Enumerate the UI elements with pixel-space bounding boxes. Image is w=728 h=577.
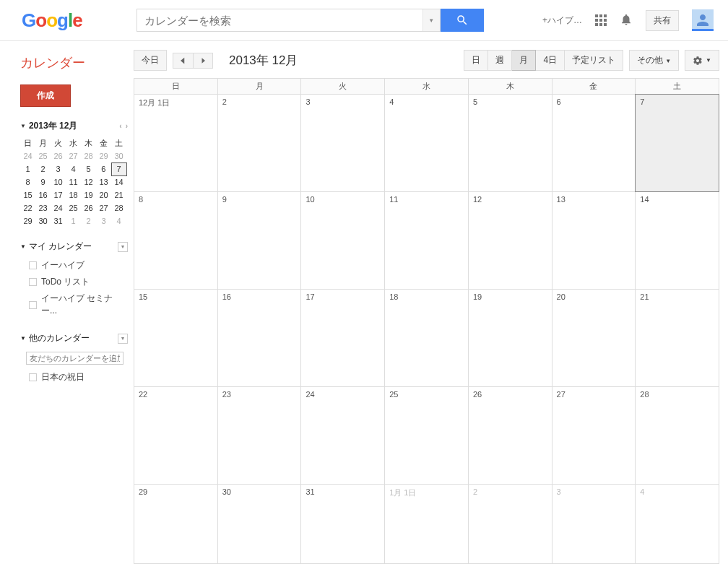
mini-day-cell[interactable]: 6 — [96, 162, 111, 175]
mini-day-cell[interactable]: 13 — [96, 175, 111, 188]
plus-link[interactable]: +ハイブ… — [542, 14, 582, 27]
bell-icon[interactable] — [620, 13, 633, 28]
grid-day-cell[interactable]: 22 — [134, 387, 218, 484]
view-agenda-button[interactable]: 予定リスト — [565, 50, 623, 71]
grid-day-cell[interactable]: 4 — [385, 95, 469, 191]
mini-day-cell[interactable]: 4 — [111, 214, 126, 227]
mini-day-cell[interactable]: 1 — [20, 162, 35, 175]
view-4day-button[interactable]: 4日 — [536, 50, 565, 71]
grid-day-cell[interactable]: 10 — [301, 192, 385, 289]
grid-day-cell[interactable]: 28 — [636, 387, 719, 484]
grid-day-cell[interactable]: 3 — [301, 95, 385, 191]
mini-day-cell[interactable]: 31 — [51, 214, 66, 227]
mini-day-cell[interactable]: 3 — [51, 162, 66, 175]
mini-day-cell[interactable]: 18 — [66, 188, 81, 201]
mini-day-cell[interactable]: 23 — [35, 201, 51, 214]
more-button[interactable]: その他▼ — [629, 50, 679, 71]
grid-day-cell[interactable]: 18 — [385, 290, 469, 386]
mini-day-cell[interactable]: 1 — [66, 214, 81, 227]
mini-day-cell[interactable]: 4 — [66, 162, 81, 175]
google-logo[interactable]: Google — [22, 9, 82, 32]
grid-day-cell[interactable]: 13 — [552, 192, 636, 289]
mini-day-cell[interactable]: 5 — [81, 162, 96, 175]
grid-day-cell[interactable]: 3 — [552, 485, 636, 563]
mini-day-cell[interactable]: 26 — [81, 201, 96, 214]
search-input[interactable] — [137, 9, 422, 31]
avatar[interactable] — [692, 9, 714, 31]
grid-day-cell[interactable]: 14 — [636, 192, 719, 289]
grid-day-cell[interactable]: 30 — [218, 485, 302, 563]
grid-day-cell[interactable]: 12月 1日 — [134, 95, 218, 191]
grid-day-cell[interactable]: 4 — [636, 485, 719, 563]
grid-day-cell[interactable]: 12 — [469, 192, 552, 289]
grid-day-cell[interactable]: 5 — [469, 95, 552, 191]
view-month-button[interactable]: 月 — [512, 50, 536, 71]
mini-day-cell[interactable]: 9 — [35, 175, 51, 188]
mini-day-cell[interactable]: 12 — [81, 175, 96, 188]
grid-day-cell[interactable]: 25 — [385, 387, 469, 484]
create-button[interactable]: 作成 — [20, 84, 71, 107]
mini-day-cell[interactable]: 27 — [96, 201, 111, 214]
grid-day-cell[interactable]: 19 — [469, 290, 552, 386]
mini-day-cell[interactable]: 30 — [35, 214, 51, 227]
grid-day-cell[interactable]: 11 — [385, 192, 469, 289]
grid-day-cell[interactable]: 9 — [218, 192, 302, 289]
mini-day-cell[interactable]: 19 — [81, 188, 96, 201]
calendar-item[interactable]: イーハイブ — [20, 257, 128, 274]
grid-day-cell[interactable]: 20 — [552, 290, 636, 386]
mini-day-cell[interactable]: 26 — [51, 149, 66, 162]
grid-day-cell[interactable]: 29 — [134, 485, 218, 563]
mini-day-cell[interactable]: 25 — [35, 149, 51, 162]
grid-day-cell[interactable]: 21 — [636, 290, 719, 386]
calendar-item[interactable]: ToDo リスト — [20, 274, 128, 290]
checkbox[interactable] — [29, 301, 37, 309]
checkbox[interactable] — [29, 373, 37, 381]
dropdown-icon[interactable]: ▼ — [118, 334, 128, 344]
add-friend-input[interactable] — [26, 352, 124, 365]
mini-day-cell[interactable]: 22 — [20, 201, 35, 214]
next-button[interactable] — [193, 53, 213, 69]
grid-day-cell[interactable]: 17 — [301, 290, 385, 386]
grid-day-cell[interactable]: 7 — [635, 94, 719, 192]
mini-day-cell[interactable]: 10 — [51, 175, 66, 188]
mini-day-cell[interactable]: 15 — [20, 188, 35, 201]
today-button[interactable]: 今日 — [134, 50, 167, 71]
mini-day-cell[interactable]: 30 — [111, 149, 126, 162]
checkbox[interactable] — [29, 261, 37, 269]
mini-day-cell[interactable]: 2 — [35, 162, 51, 175]
collapse-icon[interactable]: ▼ — [20, 123, 26, 129]
my-calendars-header[interactable]: ▼ マイ カレンダー ▼ — [20, 240, 128, 253]
mini-day-cell[interactable]: 8 — [20, 175, 35, 188]
view-day-button[interactable]: 日 — [464, 50, 488, 71]
mini-day-cell[interactable]: 27 — [66, 149, 81, 162]
dropdown-icon[interactable]: ▼ — [118, 242, 128, 252]
grid-day-cell[interactable]: 27 — [552, 387, 636, 484]
mini-day-cell[interactable]: 20 — [96, 188, 111, 201]
mini-day-cell[interactable]: 25 — [66, 201, 81, 214]
grid-day-cell[interactable]: 8 — [134, 192, 218, 289]
grid-day-cell[interactable]: 1月 1日 — [385, 485, 469, 563]
mini-day-cell[interactable]: 17 — [51, 188, 66, 201]
apps-icon[interactable] — [595, 14, 607, 26]
mini-day-cell[interactable]: 14 — [111, 175, 126, 188]
grid-day-cell[interactable]: 26 — [469, 387, 552, 484]
prev-button[interactable] — [173, 53, 193, 69]
share-button[interactable]: 共有 — [646, 10, 679, 31]
mini-day-cell[interactable]: 2 — [81, 214, 96, 227]
grid-day-cell[interactable]: 24 — [301, 387, 385, 484]
mini-day-cell[interactable]: 24 — [20, 149, 35, 162]
mini-next-icon[interactable]: › — [126, 122, 128, 130]
grid-day-cell[interactable]: 6 — [552, 95, 636, 191]
mini-prev-icon[interactable]: ‹ — [119, 122, 121, 130]
grid-day-cell[interactable]: 31 — [301, 485, 385, 563]
view-week-button[interactable]: 週 — [488, 50, 512, 71]
mini-day-cell[interactable]: 28 — [111, 201, 126, 214]
mini-day-cell[interactable]: 28 — [81, 149, 96, 162]
other-calendars-header[interactable]: ▼ 他のカレンダー ▼ — [20, 332, 128, 344]
settings-button[interactable]: ▼ — [685, 50, 719, 71]
mini-day-cell[interactable]: 11 — [66, 175, 81, 188]
grid-day-cell[interactable]: 23 — [218, 387, 302, 484]
search-button[interactable] — [441, 9, 484, 32]
mini-day-cell[interactable]: 24 — [51, 201, 66, 214]
grid-day-cell[interactable]: 15 — [134, 290, 218, 386]
